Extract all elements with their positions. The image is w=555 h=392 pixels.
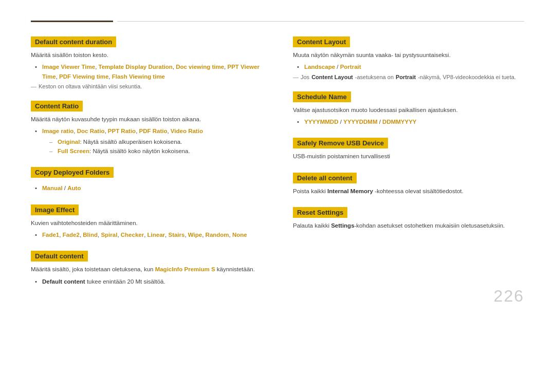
bullets-schedule-name: YYYYMMDD / YYYYDDMM / DDMMYYYY [297, 117, 524, 126]
link-doc-viewing: Doc viewing time [176, 64, 224, 70]
link-yyyymmdd: YYYYMMDD [304, 119, 338, 125]
top-line-dark [31, 21, 113, 22]
section-delete-all-content: Delete all content Poista kaikki Interna… [293, 173, 524, 196]
sub-bullet-original: Original: Näytä sisältö alkuperäisen kok… [49, 137, 262, 146]
link-spiral: Spiral [101, 232, 117, 238]
link-settings: Settings [331, 222, 354, 229]
link-auto: Auto [67, 185, 81, 191]
section-image-effect: Image Effect Kuvien vaihtotehosteiden mä… [31, 204, 262, 240]
link-manual: Manual [42, 185, 63, 191]
bullet-date-formats: YYYYMMDD / YYYYDDMM / DDMMYYYY [297, 117, 524, 126]
link-magicinfo: MagicInfo Premium S [155, 266, 215, 272]
link-landscape: Landscape [304, 64, 335, 70]
bullets-image-effect: Fade1, Fade2, Blind, Spiral, Checker, Li… [35, 230, 262, 239]
bullets-default-content-duration: Image Viewer Time, Template Display Dura… [35, 62, 262, 81]
link-yyyyddmm: YYYYDDMM [343, 119, 377, 125]
bullets-default-content: Default content tukee enintään 20 Mt sis… [35, 277, 262, 286]
link-flash-viewing: Flash Viewing time [112, 73, 165, 80]
section-default-content: Default content Määritä sisältö, joka to… [31, 251, 262, 286]
link-none: None [232, 232, 247, 238]
left-column: Default content duration Määritä sisällö… [31, 36, 262, 297]
default-content-label: Default content [42, 278, 85, 285]
desc-default-content-duration: Määritä sisällön toiston kesto. [31, 51, 262, 60]
link-fade2: Fade2 [63, 232, 80, 238]
desc-default-content: Määritä sisältö, joka toistetaan oletuks… [31, 265, 262, 274]
section-safely-remove-usb: Safely Remove USB Device USB-muistin poi… [293, 138, 524, 161]
top-decorative-line [31, 21, 524, 22]
right-column: Content Layout Muuta näytön näkymän suun… [293, 36, 524, 297]
link-wipe: Wipe [188, 232, 202, 238]
bullets-content-ratio: Image ratio, Doc Ratio, PPT Ratio, PDF R… [35, 126, 262, 156]
bullet-default-content-size: Default content tukee enintään 20 Mt sis… [35, 277, 262, 286]
link-linear: Linear [147, 232, 165, 238]
section-title-delete-all-content: Delete all content [293, 173, 357, 183]
bullets-copy-deployed: Manual / Auto [35, 183, 262, 193]
fullscreen-label: Full Screen [58, 148, 89, 154]
link-internal-memory: Internal Memory [327, 188, 373, 194]
link-ddmmyyyy: DDMMYYYY [382, 119, 416, 125]
section-title-content-ratio: Content Ratio [31, 101, 83, 111]
desc-content-ratio: Määritä näytön kuvasuhde tyypin mukaan s… [31, 115, 262, 124]
original-label: Original [58, 139, 80, 145]
bullet-item-ratio: Image ratio, Doc Ratio, PPT Ratio, PDF R… [35, 126, 262, 156]
section-title-default-content: Default content [31, 251, 88, 262]
link-portrait: Portrait [340, 64, 361, 70]
bullet-effects: Fade1, Fade2, Blind, Spiral, Checker, Li… [35, 230, 262, 239]
link-fade1: Fade1 [42, 232, 59, 238]
section-title-schedule-name: Schedule Name [293, 91, 351, 102]
bullets-content-layout: Landscape / Portrait [297, 62, 524, 71]
link-image-ratio: Image ratio [42, 128, 73, 134]
main-content: Default content duration Määritä sisällö… [31, 36, 524, 297]
desc-schedule-name: Valitse ajastusotsikon muoto luodessasi … [293, 106, 524, 115]
link-pdf-viewing: PDF Viewing time [59, 73, 108, 80]
bullet-manual-auto: Manual / Auto [35, 183, 262, 193]
section-copy-deployed-folders: Copy Deployed Folders Manual / Auto [31, 167, 262, 193]
desc-reset-settings: Palauta kaikki Settings-kohdan asetukset… [293, 221, 524, 230]
note-content-layout: Jos Content Layout -asetuksena on Portra… [293, 74, 524, 80]
note-default-content-duration: Keston on oltava vähintään viisi sekunti… [31, 83, 262, 89]
section-reset-settings: Reset Settings Palauta kaikki Settings-k… [293, 207, 524, 230]
section-title-default-content-duration: Default content duration [31, 36, 116, 47]
bullet-landscape-portrait: Landscape / Portrait [297, 62, 524, 71]
section-title-content-layout: Content Layout [293, 36, 350, 47]
link-image-viewer-time: Image Viewer Time [42, 64, 95, 70]
link-pdf-ratio: PDF Ratio [139, 128, 168, 134]
link-doc-ratio: Doc Ratio [77, 128, 105, 134]
sub-bullets-ratio: Original: Näytä sisältö alkuperäisen kok… [49, 137, 262, 156]
section-schedule-name: Schedule Name Valitse ajastusotsikon muo… [293, 91, 524, 127]
section-title-image-effect: Image Effect [31, 204, 79, 215]
link-checker: Checker [121, 232, 144, 238]
desc-image-effect: Kuvien vaihtotehosteiden määrittäminen. [31, 219, 262, 228]
link-ppt-ratio: PPT Ratio [108, 128, 136, 134]
bullet-item: Image Viewer Time, Template Display Dura… [35, 62, 262, 81]
desc-safely-remove-usb: USB-muistin poistaminen turvallisesti [293, 152, 524, 161]
desc-delete-all-content: Poista kaikki Internal Memory -kohteessa… [293, 187, 524, 196]
note-content-layout-bold: Content Layout [311, 74, 353, 80]
link-blind: Blind [83, 232, 98, 238]
link-stairs: Stairs [168, 232, 184, 238]
section-default-content-duration: Default content duration Määritä sisällö… [31, 36, 262, 89]
section-title-copy-deployed-folders: Copy Deployed Folders [31, 167, 114, 178]
sub-bullet-fullscreen: Full Screen: Näytä sisältö koko näytön k… [49, 146, 262, 156]
section-content-ratio: Content Ratio Määritä näytön kuvasuhde t… [31, 101, 262, 156]
link-random: Random [206, 232, 229, 238]
link-video-ratio: Video Ratio [171, 128, 203, 134]
link-template-display: Template Display Duration [99, 64, 173, 70]
section-title-reset-settings: Reset Settings [293, 207, 347, 218]
note-portrait-bold: Portrait [396, 74, 416, 80]
desc-content-layout: Muuta näytön näkymän suunta vaaka- tai p… [293, 51, 524, 60]
section-content-layout: Content Layout Muuta näytön näkymän suun… [293, 36, 524, 80]
section-title-safely-remove-usb: Safely Remove USB Device [293, 138, 388, 148]
top-line-light [117, 21, 524, 22]
page-number: 226 [494, 287, 524, 306]
